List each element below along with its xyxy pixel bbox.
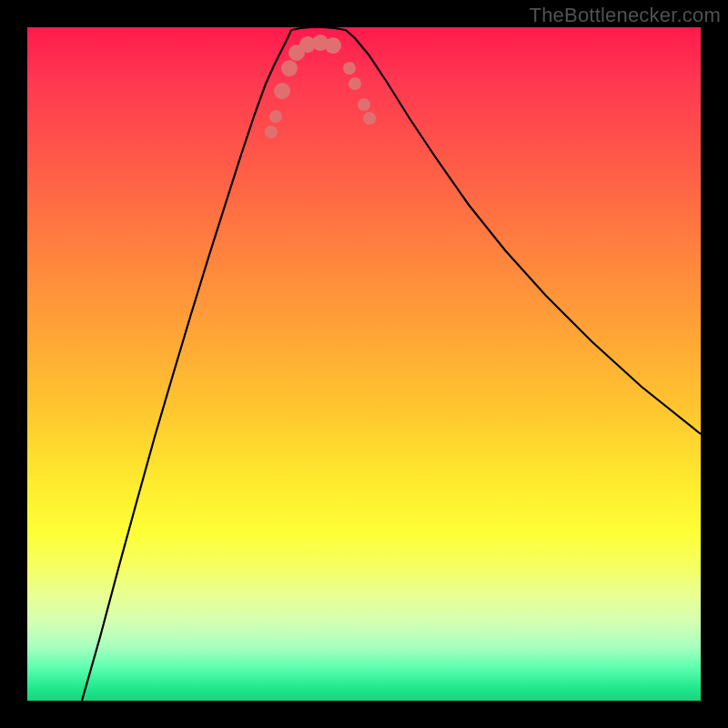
data-marker <box>274 83 290 99</box>
data-marker <box>343 62 356 75</box>
curve-floor <box>291 27 346 30</box>
data-marker <box>349 77 361 90</box>
curve-right <box>346 30 701 434</box>
data-marker <box>281 60 298 76</box>
chart-frame: TheBottlenecker.com <box>0 0 728 728</box>
plot-area <box>27 27 701 701</box>
curve-svg <box>27 27 701 701</box>
curve-left <box>82 30 291 701</box>
data-marker <box>325 37 341 54</box>
data-marker <box>265 126 278 138</box>
data-marker <box>358 98 370 111</box>
watermark-text: TheBottlenecker.com <box>530 4 721 27</box>
data-marker <box>363 112 376 125</box>
data-marker <box>269 110 282 123</box>
